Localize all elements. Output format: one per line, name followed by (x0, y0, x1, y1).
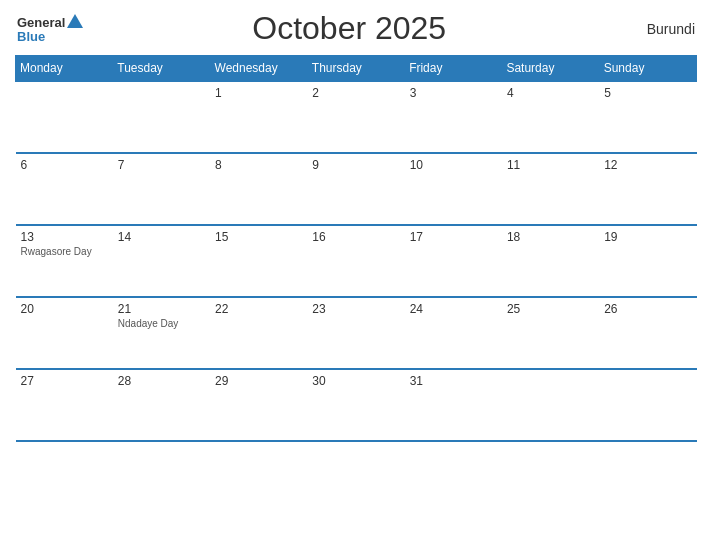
day-number: 7 (118, 158, 205, 172)
day-number: 26 (604, 302, 691, 316)
logo: General Blue (17, 14, 83, 43)
week-row-3: 13Rwagasore Day141516171819 (16, 225, 697, 297)
day-number: 13 (21, 230, 108, 244)
month-title: October 2025 (83, 10, 615, 47)
day-number: 11 (507, 158, 594, 172)
weekday-header-row: MondayTuesdayWednesdayThursdayFridaySatu… (16, 56, 697, 82)
calendar-cell: 4 (502, 81, 599, 153)
day-number: 2 (312, 86, 399, 100)
calendar-cell: 14 (113, 225, 210, 297)
calendar-cell: 7 (113, 153, 210, 225)
calendar-cell: 5 (599, 81, 696, 153)
calendar-cell: 21Ndadaye Day (113, 297, 210, 369)
day-number: 15 (215, 230, 302, 244)
calendar-cell: 20 (16, 297, 113, 369)
header: General Blue October 2025 Burundi (15, 10, 697, 47)
day-number: 18 (507, 230, 594, 244)
day-number: 22 (215, 302, 302, 316)
calendar-cell (16, 81, 113, 153)
day-number: 29 (215, 374, 302, 388)
calendar-cell: 24 (405, 297, 502, 369)
day-number: 20 (21, 302, 108, 316)
calendar-cell: 12 (599, 153, 696, 225)
day-number: 24 (410, 302, 497, 316)
logo-triangle-icon (67, 14, 83, 28)
day-number: 6 (21, 158, 108, 172)
holiday-label: Rwagasore Day (21, 246, 108, 257)
weekday-header-wednesday: Wednesday (210, 56, 307, 82)
day-number: 19 (604, 230, 691, 244)
day-number: 16 (312, 230, 399, 244)
calendar-cell: 26 (599, 297, 696, 369)
day-number: 12 (604, 158, 691, 172)
calendar-cell: 28 (113, 369, 210, 441)
calendar-cell: 11 (502, 153, 599, 225)
calendar-cell: 3 (405, 81, 502, 153)
logo-blue-text: Blue (17, 30, 45, 43)
day-number: 30 (312, 374, 399, 388)
day-number: 27 (21, 374, 108, 388)
week-row-4: 2021Ndadaye Day2223242526 (16, 297, 697, 369)
week-row-5: 2728293031 (16, 369, 697, 441)
day-number: 10 (410, 158, 497, 172)
calendar-cell: 6 (16, 153, 113, 225)
day-number: 25 (507, 302, 594, 316)
calendar-cell (502, 369, 599, 441)
day-number: 21 (118, 302, 205, 316)
calendar-cell: 23 (307, 297, 404, 369)
calendar-container: General Blue October 2025 Burundi Monday… (0, 0, 712, 550)
day-number: 8 (215, 158, 302, 172)
day-number: 4 (507, 86, 594, 100)
calendar-cell: 31 (405, 369, 502, 441)
calendar-cell: 8 (210, 153, 307, 225)
calendar-cell: 10 (405, 153, 502, 225)
weekday-header-monday: Monday (16, 56, 113, 82)
calendar-cell: 18 (502, 225, 599, 297)
day-number: 1 (215, 86, 302, 100)
calendar-cell: 1 (210, 81, 307, 153)
weekday-header-sunday: Sunday (599, 56, 696, 82)
weekday-header-thursday: Thursday (307, 56, 404, 82)
calendar-cell: 13Rwagasore Day (16, 225, 113, 297)
week-row-1: 12345 (16, 81, 697, 153)
day-number: 31 (410, 374, 497, 388)
day-number: 28 (118, 374, 205, 388)
calendar-cell: 25 (502, 297, 599, 369)
logo-general-text: General (17, 16, 65, 29)
week-row-2: 6789101112 (16, 153, 697, 225)
calendar-cell: 27 (16, 369, 113, 441)
calendar-cell: 16 (307, 225, 404, 297)
calendar-cell: 15 (210, 225, 307, 297)
calendar-cell: 22 (210, 297, 307, 369)
calendar-cell (599, 369, 696, 441)
calendar-cell: 29 (210, 369, 307, 441)
day-number: 3 (410, 86, 497, 100)
day-number: 17 (410, 230, 497, 244)
calendar-cell: 19 (599, 225, 696, 297)
weekday-header-tuesday: Tuesday (113, 56, 210, 82)
day-number: 14 (118, 230, 205, 244)
country-label: Burundi (615, 21, 695, 37)
day-number: 23 (312, 302, 399, 316)
day-number: 5 (604, 86, 691, 100)
day-number: 9 (312, 158, 399, 172)
weekday-header-friday: Friday (405, 56, 502, 82)
calendar-cell: 30 (307, 369, 404, 441)
weekday-header-saturday: Saturday (502, 56, 599, 82)
holiday-label: Ndadaye Day (118, 318, 205, 329)
calendar-cell: 17 (405, 225, 502, 297)
calendar-grid: MondayTuesdayWednesdayThursdayFridaySatu… (15, 55, 697, 442)
calendar-cell: 2 (307, 81, 404, 153)
calendar-cell: 9 (307, 153, 404, 225)
calendar-cell (113, 81, 210, 153)
